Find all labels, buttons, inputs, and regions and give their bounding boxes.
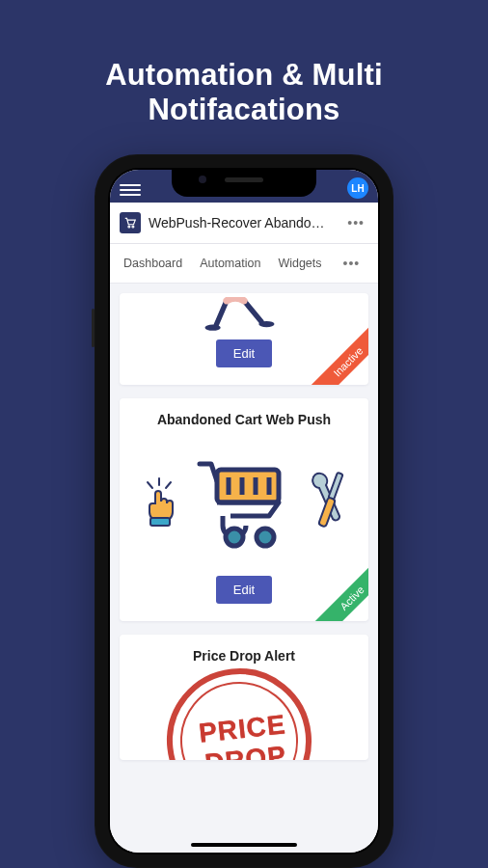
tab-automation[interactable]: Automation <box>200 257 260 270</box>
tabs-more-icon[interactable]: ••• <box>339 254 365 273</box>
status-badge-active: Active <box>312 557 368 621</box>
page-title: Automation & Multi Notifacations <box>0 0 488 156</box>
tab-widgets[interactable]: Widgets <box>278 257 321 270</box>
card-title: Price Drop Alert <box>129 648 359 664</box>
svg-point-3 <box>258 321 274 327</box>
avatar[interactable]: LH <box>347 177 368 199</box>
svg-point-1 <box>132 226 134 228</box>
app-icon <box>120 212 141 233</box>
card-price-drop: Price Drop Alert PRICE DROP <box>120 635 368 760</box>
svg-point-2 <box>205 325 221 331</box>
abandoned-illustration <box>129 445 359 560</box>
welcome-illustration <box>129 297 359 339</box>
svg-point-0 <box>128 226 130 228</box>
card-title: Abandoned Cart Web Push <box>129 412 359 427</box>
hand-click-icon <box>140 476 178 529</box>
svg-rect-7 <box>150 518 170 526</box>
card-welcome-push: Edit Inactive <box>120 293 368 385</box>
card-abandoned-cart: Abandoned Cart Web Push <box>120 398 368 621</box>
svg-rect-15 <box>328 473 342 500</box>
svg-point-13 <box>226 529 243 546</box>
cart-icon <box>194 454 290 551</box>
menu-icon[interactable] <box>120 181 141 199</box>
svg-line-6 <box>166 482 171 488</box>
phone-notch <box>172 170 316 197</box>
tab-dashboard[interactable]: Dashboard <box>123 257 182 270</box>
tabs: Dashboard Automation Widgets ••• <box>110 244 378 284</box>
edit-button[interactable]: Edit <box>216 576 272 604</box>
app-title-row: WebPush-Recover Abando… ••• <box>110 203 378 244</box>
svg-point-14 <box>257 529 274 546</box>
svg-line-5 <box>148 482 152 488</box>
more-icon[interactable]: ••• <box>343 213 368 232</box>
tools-icon <box>306 469 348 536</box>
home-indicator <box>191 843 297 847</box>
edit-button[interactable]: Edit <box>216 339 272 367</box>
content-scroll[interactable]: Edit Inactive Abandoned Cart Web Push <box>110 284 378 853</box>
phone-mockup: LH WebPush-Recover Abando… ••• Dashboard… <box>95 154 393 868</box>
app-title: WebPush-Recover Abando… <box>149 215 336 231</box>
price-drop-stamp: PRICE DROP <box>162 664 326 760</box>
